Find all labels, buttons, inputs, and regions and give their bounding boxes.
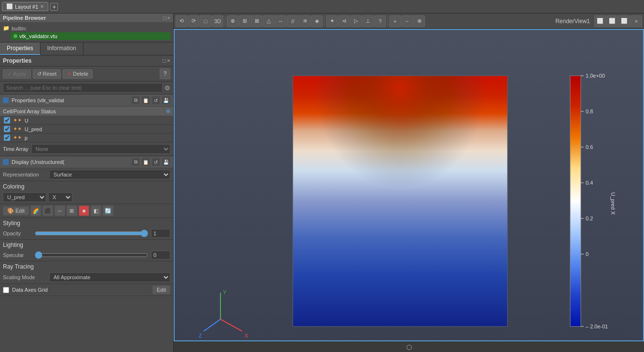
help-button[interactable]: ? <box>160 68 170 79</box>
pipeline-browser: Pipeline Browser □ × 📁 builtin: vtk_vali… <box>0 14 173 42</box>
toolbar-btn-help[interactable]: ? <box>374 15 386 27</box>
toolbar-btn-annotate[interactable]: ✦ <box>326 15 338 27</box>
data-axes-grid-checkbox[interactable] <box>3 287 9 293</box>
add-tab-button[interactable]: + <box>50 3 58 11</box>
colormap-icon-btn-4[interactable]: ⊞ <box>67 205 77 216</box>
layout-tab[interactable]: ⬜ Layout #1 ✕ <box>2 2 48 11</box>
pipeline-browser-header: Pipeline Browser □ × <box>0 14 173 22</box>
array-upred-label: U_pred <box>25 126 42 132</box>
coloring-component-select[interactable]: X <box>48 192 72 202</box>
render-view[interactable]: 1.0e+00 0.8 0.6 0.4 0.2 0 – 2.0e-01 <box>174 29 644 341</box>
representation-select[interactable]: Surface <box>49 170 170 179</box>
specular-value[interactable]: 0 <box>151 251 170 259</box>
toolbar-btn-pick[interactable]: △ <box>263 15 274 27</box>
svg-text:– 2.0e-01: – 2.0e-01 <box>586 324 608 329</box>
section-save-button[interactable]: 💾 <box>162 96 170 105</box>
opacity-slider[interactable] <box>35 230 148 237</box>
delete-icon: ✕ <box>67 71 71 77</box>
left-panel: Pipeline Browser □ × 📁 builtin: vtk_vali… <box>0 14 174 352</box>
reset-icon: ↺ <box>37 71 41 77</box>
time-array-select[interactable]: None <box>31 144 170 154</box>
svg-rect-2 <box>293 76 507 326</box>
toolbar-btn-layout-split-v[interactable]: ⬜ <box>606 15 618 27</box>
tab-information[interactable]: Information <box>41 42 83 55</box>
tab-close-icon[interactable]: ✕ <box>40 4 44 9</box>
section-paste-button[interactable]: 📋 <box>141 96 150 105</box>
render-view-label: RenderView1 <box>555 18 594 25</box>
svg-text:U_pred X: U_pred X <box>610 192 616 215</box>
bottom-bar: ⬡ <box>174 341 644 352</box>
toolbar-btn-add[interactable]: + <box>389 15 401 27</box>
toolbar-btn-screenshot[interactable]: □ <box>200 15 211 27</box>
reset-button[interactable]: ↺ Reset <box>33 69 61 79</box>
toolbar-btn-orthographic[interactable]: ▷ <box>350 15 362 27</box>
toolbar-btn-interactor[interactable]: ↔ <box>275 15 287 27</box>
edit-colormap-button[interactable]: 🎨 Edit <box>3 206 29 216</box>
toolbar-btn-layout-split-h[interactable]: ⬜ <box>594 15 606 27</box>
toolbar-btn-remove[interactable]: − <box>401 15 413 27</box>
colormap-icon-btn-5[interactable]: ■ <box>79 205 89 216</box>
bottom-center-button[interactable]: ⬡ <box>406 343 412 351</box>
pipeline-restore-icon[interactable]: □ <box>163 15 166 21</box>
colormap-icon-btn-3[interactable]: ↔ <box>55 205 65 216</box>
data-axes-grid-label: Data Axes Grid <box>12 287 48 293</box>
array-status-header: Cell/Point Array Status ⊕ <box>0 107 173 116</box>
close-icon[interactable]: × <box>167 57 170 64</box>
layout-tab-label: Layout #1 <box>15 4 38 10</box>
coloring-field-select[interactable]: U_pred <box>3 192 46 202</box>
array-status-label: Cell/Point Array Status <box>3 108 56 114</box>
representation-row: Representation Surface <box>0 168 173 181</box>
section-copy-button[interactable]: ⧉ <box>131 96 140 105</box>
right-area: ⟲ ⟳ □ 3D ⊕ ⊞ ⊠ △ ↔ // ≋ ◈ ✦ ⊲ ▷ ⊥ ? + − … <box>174 14 644 352</box>
section-refresh-button[interactable]: ↺ <box>151 96 160 105</box>
colormap-icon-btn-2[interactable]: ⬛ <box>42 205 53 216</box>
display-copy-button[interactable]: ⧉ <box>131 158 140 166</box>
array-upred-checkbox[interactable] <box>4 126 10 132</box>
settings-icon[interactable]: ⚙ <box>164 84 170 92</box>
builtin-label-text: builtin: <box>12 26 27 31</box>
toolbar-btn-maximize[interactable]: ⬜ <box>618 15 630 27</box>
display-section-collapse-icon[interactable] <box>3 159 9 165</box>
toolbar-btn-wireframe[interactable]: ◈ <box>311 15 323 27</box>
data-axes-grid-row: Data Axes Grid Edit <box>0 284 173 296</box>
vtk-file-item[interactable]: vtk_validator.vtu <box>11 32 170 40</box>
toolbar-btn-reset-camera[interactable]: ⟲ <box>176 15 187 27</box>
help-icon: ? <box>164 70 167 77</box>
toolbar-btn-zoom-reset[interactable]: ⟳ <box>188 15 199 27</box>
colormap-icon-btn-6[interactable]: ◧ <box>91 205 101 216</box>
array-u-checkbox[interactable] <box>4 117 10 123</box>
toolbar-btn-edge[interactable]: // <box>287 15 299 27</box>
tab-properties[interactable]: Properties <box>0 42 41 55</box>
colormap-icon-btn-1[interactable]: 🌈 <box>30 205 41 216</box>
section-collapse-icon[interactable] <box>3 97 9 103</box>
opacity-value[interactable]: 1 <box>151 229 170 238</box>
builtin-item: 📁 builtin: <box>3 24 170 32</box>
toolbar-btn-flip[interactable]: ⊥ <box>362 15 374 27</box>
search-input[interactable] <box>3 83 163 93</box>
toolbar-btn-box-select[interactable]: ⊞ <box>239 15 250 27</box>
toolbar-btn-measure[interactable]: ⊲ <box>338 15 350 27</box>
toolbar-btn-close-view[interactable]: ⊗ <box>413 15 425 27</box>
properties-header-label: Properties <box>3 57 31 64</box>
toolbar-btn-free-select[interactable]: ⊠ <box>251 15 262 27</box>
pipeline-close-icon[interactable]: × <box>167 15 170 21</box>
data-axes-edit-button[interactable]: Edit <box>152 285 170 294</box>
toolbar-btn-close-layout[interactable]: × <box>630 15 642 27</box>
colormap-icon-btn-7[interactable]: 🔄 <box>103 205 113 216</box>
display-refresh-button[interactable]: ↺ <box>151 158 160 166</box>
toolbar-btn-select[interactable]: ⊕ <box>227 15 238 27</box>
display-paste-button[interactable]: 📋 <box>141 158 150 166</box>
svg-text:0.8: 0.8 <box>586 108 593 114</box>
apply-button[interactable]: ✓ Apply <box>3 69 31 79</box>
scaling-mode-select[interactable]: All Approximate <box>49 272 170 282</box>
specular-slider[interactable] <box>35 251 148 259</box>
toolbar-btn-3d[interactable]: 3D <box>212 15 223 27</box>
array-p-checkbox[interactable] <box>4 135 10 141</box>
toolbar-btn-surface[interactable]: ≋ <box>299 15 311 27</box>
array-status-icon[interactable]: ⊕ <box>166 108 170 114</box>
toolbar-separator-2 <box>324 16 325 26</box>
properties-toolbar: ✓ Apply ↺ Reset ✕ Delete ? <box>0 67 173 81</box>
delete-button[interactable]: ✕ Delete <box>63 69 93 79</box>
display-save-button[interactable]: 💾 <box>162 158 170 166</box>
restore-icon[interactable]: □ <box>163 57 166 64</box>
